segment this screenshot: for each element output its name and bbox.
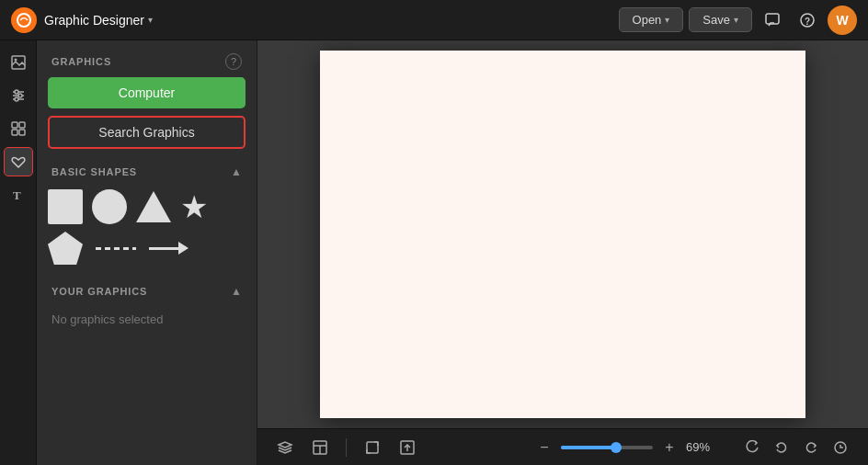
svg-point-0	[17, 14, 30, 27]
shape-square[interactable]	[48, 189, 83, 224]
svg-point-11	[15, 97, 18, 101]
export-button[interactable]	[394, 435, 420, 460]
resize-button[interactable]	[360, 435, 385, 460]
icon-bar: T	[0, 40, 37, 465]
redo-button[interactable]	[798, 435, 824, 460]
svg-point-9	[15, 90, 18, 94]
zoom-label: 69%	[686, 440, 719, 454]
save-button[interactable]: Save ▾	[689, 7, 752, 32]
computer-button[interactable]: Computer	[48, 77, 246, 108]
layout-button[interactable]	[307, 435, 333, 460]
image-tool-button[interactable]	[4, 48, 33, 77]
shape-circle[interactable]	[92, 189, 127, 224]
app-name[interactable]: Graphic Designer ▾	[44, 13, 153, 28]
svg-rect-12	[12, 122, 17, 128]
svg-rect-15	[19, 130, 25, 135]
refresh-button[interactable]	[739, 435, 765, 460]
shape-triangle[interactable]	[136, 191, 171, 222]
zoom-controls: − + 69%	[533, 437, 719, 459]
layers-button[interactable]	[272, 435, 298, 460]
basic-shapes-section: BASIC SHAPES ▲ ★	[37, 156, 257, 276]
bottom-right-buttons	[739, 435, 853, 460]
canvas-document[interactable]	[320, 51, 805, 418]
undo-button[interactable]	[769, 435, 794, 460]
sliders-tool-button[interactable]	[4, 81, 33, 110]
text-tool-button[interactable]: T	[4, 180, 33, 210]
no-graphics-label: No graphics selected	[37, 305, 257, 330]
appname-chevron: ▾	[148, 15, 153, 25]
bottom-bar: − + 69%	[257, 428, 868, 465]
graphics-help-icon[interactable]: ?	[225, 53, 242, 70]
help-icon-button[interactable]: ?	[793, 6, 822, 35]
search-graphics-button[interactable]: Search Graphics	[48, 116, 246, 149]
zoom-slider-thumb	[611, 442, 622, 453]
svg-text:?: ?	[805, 16, 810, 26]
svg-rect-13	[19, 122, 25, 128]
graphics-section-header: GRAPHICS ?	[37, 40, 257, 77]
svg-rect-14	[12, 130, 17, 135]
open-button[interactable]: Open ▾	[619, 7, 684, 32]
zoom-minus-button[interactable]: −	[533, 437, 555, 459]
basic-shapes-title: BASIC SHAPES	[51, 166, 137, 177]
your-graphics-header[interactable]: YOUR GRAPHICS ▲	[37, 276, 257, 305]
shape-pentagon[interactable]	[48, 232, 83, 265]
your-graphics-section: YOUR GRAPHICS ▲ No graphics selected	[37, 276, 257, 334]
zoom-slider-fill	[561, 446, 616, 449]
svg-point-10	[18, 94, 22, 97]
your-graphics-collapse-icon: ▲	[231, 285, 242, 298]
grid-tool-button[interactable]	[4, 114, 33, 143]
svg-text:T: T	[13, 188, 21, 202]
canvas-wrapper[interactable]	[257, 40, 868, 428]
shape-arrow[interactable]	[149, 242, 188, 255]
app-logo[interactable]	[11, 7, 37, 33]
favorites-tool-button[interactable]	[4, 147, 33, 176]
chat-icon-button[interactable]	[758, 6, 787, 35]
sidebar-buttons: Computer Search Graphics	[37, 77, 257, 156]
history-button[interactable]	[828, 435, 853, 460]
canvas-area: − + 69%	[257, 40, 868, 465]
zoom-slider[interactable]	[561, 446, 653, 449]
shape-star[interactable]: ★	[180, 191, 208, 222]
separator-1	[346, 438, 347, 457]
shapes-grid: ★	[37, 186, 257, 272]
zoom-plus-button[interactable]: +	[658, 437, 680, 459]
user-avatar[interactable]: W	[828, 6, 857, 35]
your-graphics-title: YOUR GRAPHICS	[51, 286, 147, 297]
basic-shapes-collapse-icon: ▲	[231, 165, 242, 178]
shapes-row-2	[48, 232, 246, 265]
main-area: T GRAPHICS ? Computer Search Graphics BA…	[0, 40, 868, 465]
topbar: Graphic Designer ▾ Open ▾ Save ▾ ? W	[0, 0, 868, 40]
shapes-row-1: ★	[48, 189, 246, 224]
topbar-actions: Open ▾ Save ▾ ? W	[619, 6, 857, 35]
graphics-section-title: GRAPHICS	[51, 56, 111, 67]
shape-dash-line[interactable]	[92, 247, 140, 250]
svg-rect-20	[367, 442, 378, 453]
sidebar: GRAPHICS ? Computer Search Graphics BASI…	[37, 40, 257, 465]
basic-shapes-header[interactable]: BASIC SHAPES ▲	[37, 156, 257, 186]
